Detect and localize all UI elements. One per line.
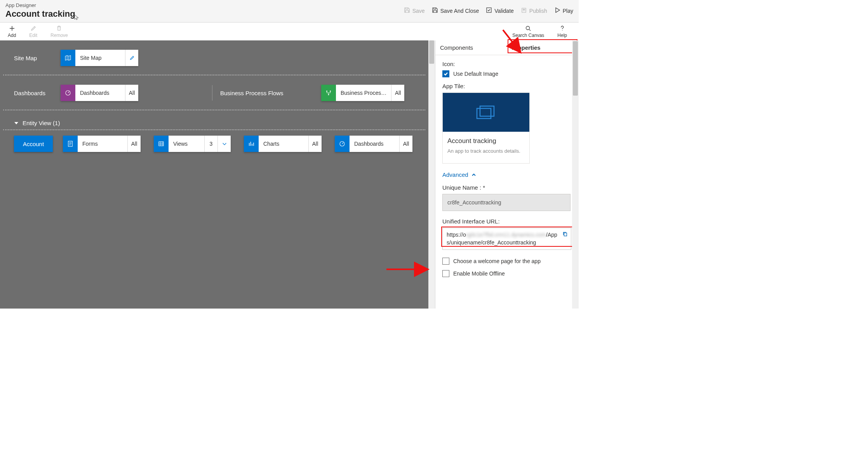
charts-count[interactable]: All — [308, 136, 322, 152]
validate-button[interactable]: Validate — [486, 7, 514, 14]
welcome-page-checkbox[interactable]: Choose a welcome page for the app — [442, 258, 572, 265]
search-icon — [525, 25, 532, 32]
cursor-icon — [74, 14, 80, 20]
sitemap-tile-label: Site Map — [75, 50, 125, 66]
svg-point-5 — [328, 94, 329, 95]
publish-icon — [521, 7, 527, 14]
entity-view-label: Entity View (1) — [23, 120, 60, 126]
publish-button: Publish — [521, 7, 547, 14]
svg-point-3 — [326, 91, 327, 92]
unique-name-field: cr8fe_Accounttracking — [442, 194, 571, 211]
entity-account-button[interactable]: Account — [14, 136, 53, 152]
tab-components[interactable]: Components — [435, 40, 507, 55]
panel-scrollbar[interactable] — [572, 40, 579, 309]
annotation-highlight — [441, 227, 573, 247]
mobile-offline-checkbox[interactable]: Enable Mobile Offline — [442, 270, 572, 277]
save-close-icon — [432, 7, 438, 14]
checkbox-checked-icon — [442, 70, 449, 77]
forms-count[interactable]: All — [127, 136, 141, 152]
site-map-label: Site Map — [14, 55, 61, 61]
svg-rect-7 — [159, 142, 164, 146]
dashboards-tile[interactable]: Dashboards All — [61, 85, 138, 101]
header-title: Account tracking — [5, 9, 75, 19]
toolbar: Add Edit Remove Search Canvas Help — [0, 23, 579, 40]
dashboards-count[interactable]: All — [125, 85, 138, 101]
use-default-image-checkbox[interactable]: Use Default Image — [442, 70, 572, 77]
entity-dashboards-tile[interactable]: Dashboards All — [335, 136, 412, 152]
flow-icon — [321, 85, 336, 101]
app-tile-description: An app to track accounts details. — [447, 148, 525, 154]
play-icon — [554, 7, 560, 14]
annotation-highlight — [508, 39, 578, 53]
bpf-label: Business Process Flows — [220, 90, 321, 96]
views-count[interactable]: 3 — [204, 136, 217, 152]
svg-rect-10 — [480, 106, 494, 116]
svg-point-4 — [330, 91, 331, 92]
table-icon — [154, 136, 169, 152]
app-tile-preview: Account tracking An app to track account… — [442, 92, 530, 164]
advanced-toggle[interactable]: Advanced — [442, 171, 572, 178]
dashboard-icon — [335, 136, 350, 152]
dashboard-icon — [61, 85, 75, 101]
svg-point-1 — [526, 26, 530, 30]
add-button[interactable]: Add — [8, 25, 16, 38]
help-button[interactable]: Help — [557, 25, 567, 38]
charts-tile[interactable]: Charts All — [244, 136, 322, 152]
sitemap-tile[interactable]: Site Map — [61, 50, 138, 66]
entity-dashboards-label: Dashboards — [350, 136, 399, 152]
forms-tile[interactable]: Forms All — [63, 136, 141, 152]
bpf-tile[interactable]: Business Proces… All — [321, 85, 404, 101]
save-button: Save — [404, 7, 425, 14]
form-icon — [63, 136, 78, 152]
app-tile-title: Account tracking — [447, 137, 525, 145]
views-dropdown[interactable] — [217, 136, 231, 152]
dashboards-tile-label: Dashboards — [75, 85, 125, 101]
design-canvas[interactable]: Site Map Site Map Dashboards — [0, 40, 428, 309]
search-canvas-button[interactable]: Search Canvas — [512, 25, 544, 38]
canvas-scrollbar[interactable] — [428, 40, 435, 309]
charts-label: Charts — [259, 136, 308, 152]
trash-icon — [56, 25, 63, 32]
play-button[interactable]: Play — [554, 7, 573, 14]
header-subtitle: App Designer — [5, 2, 75, 8]
chart-icon — [244, 136, 259, 152]
plus-icon — [9, 25, 16, 32]
separator — [212, 85, 212, 101]
bpf-tile-label: Business Proces… — [336, 85, 391, 101]
app-tile-icon — [443, 93, 529, 132]
properties-panel: Components Properties Icon: Use Default … — [435, 40, 579, 309]
checkbox-unchecked-icon — [442, 258, 449, 265]
save-and-close-button[interactable]: Save And Close — [432, 7, 479, 14]
views-label: Views — [169, 136, 204, 152]
svg-rect-9 — [477, 108, 491, 119]
pencil-icon — [30, 25, 37, 32]
entity-dashboards-count[interactable]: All — [399, 136, 412, 152]
views-tile[interactable]: Views 3 — [154, 136, 231, 152]
app-tile-label: App Tile: — [442, 83, 572, 89]
question-icon — [559, 25, 566, 32]
icon-label: Icon: — [442, 61, 572, 67]
remove-button: Remove — [50, 25, 68, 38]
dashboards-label: Dashboards — [14, 90, 61, 96]
sitemap-icon — [61, 50, 75, 66]
bpf-count[interactable]: All — [391, 85, 404, 101]
svg-rect-0 — [487, 8, 491, 12]
validate-icon — [486, 7, 492, 14]
header-bar: App Designer Account tracking Save Save … — [0, 0, 579, 23]
unique-name-label: Unique Name : * — [442, 184, 572, 191]
edit-button: Edit — [29, 25, 37, 38]
url-label: Unified Interface URL: — [442, 218, 572, 225]
entity-view-toggle[interactable]: Entity View (1) — [14, 120, 414, 126]
sitemap-edit-icon[interactable] — [125, 50, 138, 66]
forms-label: Forms — [78, 136, 127, 152]
checkbox-unchecked-icon — [442, 270, 449, 277]
save-icon — [404, 7, 410, 14]
